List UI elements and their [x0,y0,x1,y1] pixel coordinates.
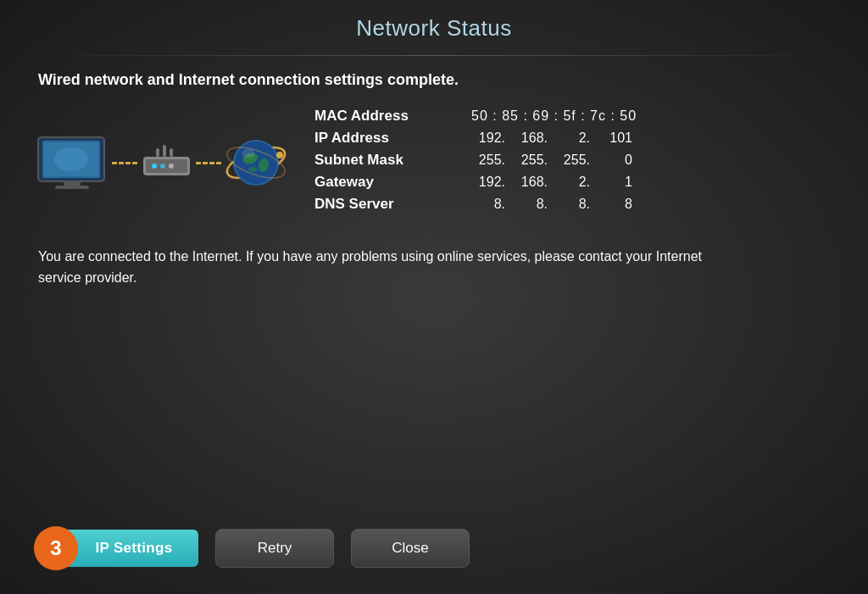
svg-rect-11 [163,145,166,157]
main-container: Network Status Wired network and Interne… [0,0,868,594]
svg-point-9 [160,164,165,169]
network-table: MAC Address 50 : 85 : 69 : 5f : 7c : 50 … [314,108,834,218]
subnet-mask-row: Subnet Mask 255. 255. 255. 0 [314,152,834,169]
dns-server-row: DNS Server 8. 8. 8. 8 [314,196,834,213]
gateway-values: 192. 168. 2. 1 [446,175,632,190]
svg-rect-12 [156,148,159,157]
dns-val-1: 8. [471,197,505,212]
dashed-line-2 [196,162,221,164]
mac-address-values: 50 : 85 : 69 : 5f : 7c : 50 [446,108,637,124]
subnet-val-2: 255. [514,153,548,168]
ip-address-label: IP Address [314,130,446,147]
network-diagram [34,130,289,196]
status-message: Wired network and Internet connection se… [34,71,834,89]
svg-rect-3 [55,186,89,189]
dns-val-2: 8. [514,197,548,212]
svg-rect-2 [64,181,81,186]
title-bar: Network Status [34,0,834,55]
network-info-row: MAC Address 50 : 85 : 69 : 5f : 7c : 50 … [34,108,834,218]
ip-val-4: 101 [598,130,632,146]
gateway-val-4: 1 [598,175,632,190]
ip-address-values: 192. 168. 2. 101 [446,130,632,146]
dns-val-4: 8 [598,197,632,212]
mac-address-value: 50 : 85 : 69 : 5f : 7c : 50 [471,108,637,124]
ip-val-1: 192. [471,130,505,146]
dashed-line-1 [112,162,137,164]
ip-val-3: 2. [556,130,590,146]
subnet-val-3: 255. [556,153,590,168]
gateway-row: Gateway 192. 168. 2. 1 [314,174,834,191]
svg-point-5 [54,147,88,171]
gateway-val-2: 168. [514,175,548,190]
gateway-val-3: 2. [556,175,590,190]
subnet-mask-values: 255. 255. 255. 0 [446,153,632,168]
ip-settings-badge: 3 [34,526,78,570]
subnet-mask-label: Subnet Mask [314,152,446,169]
ip-val-2: 168. [514,130,548,146]
globe-icon [223,130,289,196]
internet-message: You are connected to the Internet. If yo… [34,247,712,289]
close-button[interactable]: Close [351,529,470,568]
dns-server-label: DNS Server [314,196,446,213]
subnet-val-4: 0 [598,153,632,168]
mac-address-label: MAC Address [314,108,446,125]
gateway-val-1: 192. [471,175,505,190]
ip-address-row: IP Address 192. 168. 2. 101 [314,130,834,147]
svg-rect-13 [170,148,173,157]
svg-point-19 [248,167,257,172]
mac-address-row: MAC Address 50 : 85 : 69 : 5f : 7c : 50 [314,108,834,125]
button-row: 3 IP Settings Retry Close [34,526,834,594]
retry-button[interactable]: Retry [215,529,334,568]
dns-server-values: 8. 8. 8. 8 [446,197,632,212]
title-divider [34,55,834,56]
subnet-val-1: 255. [471,153,505,168]
svg-point-22 [276,152,283,158]
dns-val-3: 8. [556,197,590,212]
tv-icon [34,133,110,192]
page-title: Network Status [34,15,834,42]
ip-settings-button[interactable]: IP Settings [63,530,198,567]
svg-point-8 [152,164,157,169]
ip-settings-wrapper: 3 IP Settings [34,526,198,570]
svg-point-20 [242,149,255,158]
svg-point-10 [169,164,174,169]
gateway-label: Gateway [314,174,446,191]
router-icon [139,140,194,186]
